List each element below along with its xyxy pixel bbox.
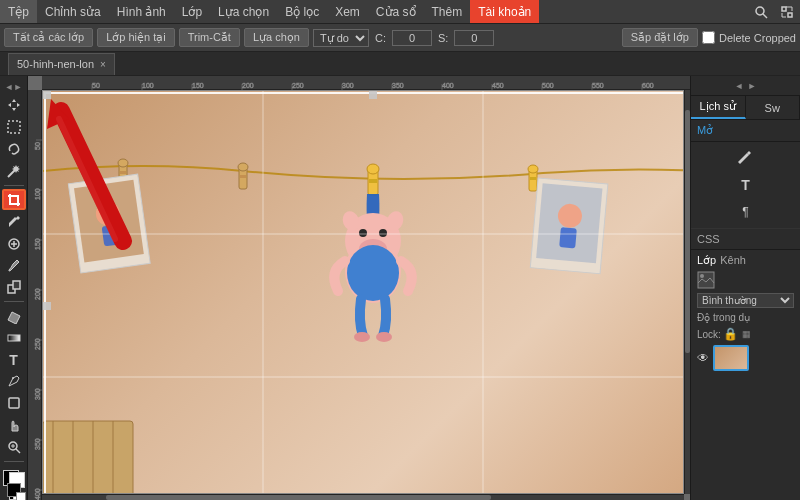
menu-window[interactable]: Cửa sổ <box>368 0 424 23</box>
panel-text-btn[interactable]: T <box>734 173 758 197</box>
crop-tool-btn[interactable] <box>2 189 26 210</box>
fg-color-indicator[interactable] <box>7 483 21 497</box>
main-area: ◄► <box>0 76 800 500</box>
opacity-row: Độ trong dụ <box>697 312 794 323</box>
history-tab[interactable]: Lịch sử <box>691 96 746 119</box>
bg-color-indicator[interactable] <box>16 492 26 500</box>
lock-label: Lock: <box>697 329 721 340</box>
brush-btn[interactable] <box>2 256 26 276</box>
panel-para-icon: ¶ <box>742 205 748 219</box>
scrollbar-h[interactable] <box>42 494 684 500</box>
menu-select[interactable]: Lựa chọn <box>210 0 277 23</box>
layer-row[interactable]: 👁 <box>697 345 794 371</box>
canvas-area[interactable]: 50 100 150 200 250 300 350 400 450 500 5… <box>28 76 690 500</box>
scrollbar-h-thumb[interactable] <box>106 495 491 500</box>
zoom-btn[interactable] <box>2 437 26 457</box>
channels-tab[interactable]: Kênh <box>720 254 746 267</box>
menu-more[interactable]: Thêm <box>424 0 471 23</box>
ruler-top: 50 100 150 200 250 300 350 400 450 500 5… <box>42 76 690 90</box>
gradient-btn[interactable] <box>2 328 26 348</box>
menu-filter[interactable]: Bộ lọc <box>277 0 327 23</box>
svg-point-17 <box>12 377 14 379</box>
svg-point-75 <box>367 164 379 174</box>
layer-visibility-eye[interactable]: 👁 <box>697 351 709 365</box>
svg-point-87 <box>376 332 392 342</box>
hand-btn[interactable] <box>2 415 26 435</box>
svg-rect-69 <box>102 224 121 246</box>
lock-icon: 🔒 <box>723 327 738 341</box>
menu-view[interactable]: Xem <box>327 0 368 23</box>
svg-point-86 <box>354 332 370 342</box>
panel-para-btn[interactable]: ¶ <box>734 200 758 224</box>
eyedropper-btn[interactable] <box>2 212 26 232</box>
selection-btn[interactable]: Lựa chọn <box>244 28 309 47</box>
swatches-tab[interactable]: Sw <box>746 96 801 119</box>
scrollbar-v-thumb[interactable] <box>685 110 690 352</box>
arrange-layers-btn[interactable]: Sắp đặt lớp <box>622 28 698 47</box>
shape-btn[interactable] <box>2 393 26 413</box>
svg-point-84 <box>384 209 406 233</box>
lock-row: Lock: 🔒 ▦ <box>697 327 794 341</box>
eraser-btn[interactable] <box>2 306 26 326</box>
eraser-icon <box>6 308 22 324</box>
svg-point-72 <box>238 163 248 171</box>
brush-icon <box>6 257 22 273</box>
open-link[interactable]: Mở <box>697 124 794 137</box>
heal-icon <box>6 236 22 252</box>
hand-icon <box>6 417 22 433</box>
lasso-tool-btn[interactable] <box>2 139 26 159</box>
layers-panel: Lớp Kênh Bình thường Độ trong dụ Lock: 🔒… <box>691 249 800 375</box>
marquee-tool-btn[interactable] <box>2 117 26 137</box>
c-input[interactable] <box>392 30 432 46</box>
move-icon <box>6 97 22 113</box>
expand-button[interactable] <box>774 0 800 23</box>
clone-btn[interactable] <box>2 277 26 297</box>
text-tool-btn[interactable]: T <box>2 350 26 370</box>
history-section: Mở <box>691 120 800 142</box>
search-icon <box>754 5 768 19</box>
heal-btn[interactable] <box>2 234 26 254</box>
menu-image[interactable]: Hình ảnh <box>109 0 174 23</box>
svg-rect-70 <box>239 167 247 189</box>
options-bar: Tất cả các lớp Lớp hiện tại Trim-Cắt Lựa… <box>0 24 800 52</box>
menu-file[interactable]: Tệp <box>0 0 37 23</box>
menu-edit[interactable]: Chỉnh sửa <box>37 0 109 23</box>
pen-icon <box>6 373 22 389</box>
svg-text:400: 400 <box>442 82 454 89</box>
move-tool-btn[interactable] <box>2 95 26 115</box>
svg-point-0 <box>756 7 764 15</box>
svg-text:50: 50 <box>34 142 41 150</box>
pen-btn[interactable] <box>2 372 26 392</box>
delete-cropped-checkbox[interactable] <box>702 31 715 44</box>
gradient-icon <box>6 330 22 346</box>
scrollbar-v[interactable] <box>684 90 690 494</box>
svg-point-119 <box>700 274 704 278</box>
svg-rect-71 <box>240 175 246 178</box>
lasso-icon <box>6 141 22 157</box>
layer-thumbnail[interactable] <box>713 345 749 371</box>
ruler-left-marks: 50 100 150 200 250 300 350 400 <box>28 90 42 500</box>
all-layers-btn[interactable]: Tất cả các lớp <box>4 28 93 47</box>
svg-rect-2 <box>782 7 786 11</box>
menu-layer[interactable]: Lớp <box>174 0 210 23</box>
svg-rect-74 <box>369 179 377 183</box>
mode-dropdown[interactable]: Tự do <box>313 29 369 47</box>
search-button[interactable] <box>748 0 774 23</box>
blend-mode-select[interactable]: Bình thường <box>697 293 794 308</box>
tab-close-btn[interactable]: × <box>100 59 106 70</box>
current-layer-btn[interactable]: Lớp hiện tại <box>97 28 175 47</box>
layers-tab[interactable]: Lớp <box>697 254 716 267</box>
shape-icon <box>6 395 22 411</box>
svg-line-1 <box>763 14 767 18</box>
svg-text:250: 250 <box>292 82 304 89</box>
eyedropper-icon <box>6 214 22 230</box>
document-tab[interactable]: 50-hinh-nen-lon × <box>8 53 115 75</box>
s-input[interactable] <box>454 30 494 46</box>
panel-pencil-btn[interactable] <box>734 146 758 170</box>
svg-rect-73 <box>368 169 378 195</box>
magic-wand-btn[interactable] <box>2 161 26 181</box>
image-icon <box>697 271 715 289</box>
menu-account[interactable]: Tài khoản <box>470 0 539 23</box>
trim-btn[interactable]: Trim-Cắt <box>179 28 240 47</box>
svg-point-76 <box>345 239 401 303</box>
